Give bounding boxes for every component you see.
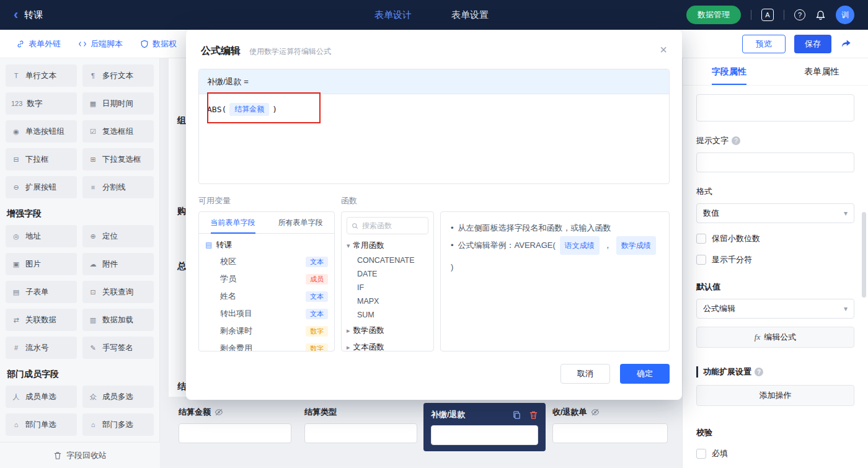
confirm-button[interactable]: 确定 (620, 364, 670, 384)
form-tree-root[interactable]: ▤ 转课 (199, 234, 334, 253)
sidebar-field-date-time[interactable]: ▦日期时间 (82, 92, 154, 115)
sidebar-field-relation-data[interactable]: ⇄关联数据 (6, 309, 77, 331)
cancel-button[interactable]: 取消 (560, 364, 610, 384)
variable-row[interactable]: 剩余费用数字 (199, 340, 334, 351)
sidebar-field-member-multi-select[interactable]: 众成员多选 (82, 386, 154, 408)
field-input[interactable] (431, 425, 538, 445)
checkbox-unchecked[interactable] (696, 449, 706, 459)
avatar[interactable]: 训 (836, 6, 854, 24)
function-search-box[interactable] (347, 217, 428, 234)
field-input[interactable] (552, 423, 668, 443)
required-checkbox[interactable]: 必填 (696, 448, 854, 459)
checkbox-unchecked[interactable] (696, 255, 706, 265)
tab-form-settings[interactable]: 表单设置 (451, 9, 489, 21)
variable-row[interactable]: 剩余课时数字 (199, 322, 334, 340)
variable-row[interactable]: 学员成员 (199, 270, 334, 288)
sidebar-field-dept-multi-select[interactable]: ⌂部门多选 (82, 413, 154, 436)
add-action-button[interactable]: 添加操作 (696, 385, 854, 406)
search-input[interactable] (362, 221, 423, 230)
sidebar-field-dept-single-select[interactable]: ⌂部门单选 (6, 413, 77, 436)
canvas-field-settlement-type[interactable]: 结算类型 (304, 407, 417, 443)
variable-row[interactable]: 姓名文本 (199, 288, 334, 305)
checkbox-unchecked[interactable] (696, 234, 706, 244)
tab-field-properties[interactable]: 字段属性 (683, 58, 776, 85)
field-name-box[interactable] (696, 94, 854, 121)
sidebar-field-image[interactable]: ▣图片 (6, 253, 77, 275)
help-icon[interactable]: ? (794, 9, 805, 20)
tab-form-properties[interactable]: 表单属性 (776, 58, 868, 85)
canvas-field-refund-selected[interactable]: 补缴/退款 (423, 403, 546, 451)
field-input[interactable] (304, 423, 417, 443)
sidebar-field-relation-query[interactable]: ⊡关联查询 (82, 281, 154, 303)
keep-decimal-places-checkbox[interactable]: 保留小数位数 (696, 233, 854, 244)
link-data-permission[interactable]: 数据权 (140, 38, 177, 50)
delete-field-icon[interactable] (529, 410, 538, 420)
function-group-common[interactable]: ▾ 常用函数 (347, 241, 428, 251)
canvas-field-receipt-refund-note[interactable]: 收/退款单 (552, 407, 668, 443)
label-text: 提示文字 (696, 135, 728, 146)
function-item-if[interactable]: IF (347, 278, 428, 292)
sidebar-field-checkbox-group[interactable]: ☑复选框组 (82, 120, 154, 143)
function-item-mapx[interactable]: MAPX (347, 292, 428, 306)
formula-edit-modal: 公式编辑 使用数学运算符编辑公式 × 补缴/退款 = ABS( 结算金额 ) 可… (186, 30, 682, 400)
help-icon[interactable]: ? (755, 368, 763, 376)
sidebar-field-data-load[interactable]: ▥数据加载 (82, 309, 154, 331)
thousand-separator-checkbox[interactable]: 显示千分符 (696, 254, 854, 265)
sidebar-field-multi-line-text[interactable]: ¶多行文本 (82, 64, 154, 87)
default-value-select[interactable]: 公式编辑 ▾ (696, 299, 854, 319)
format-label: 格式 (696, 186, 854, 197)
function-item-concatenate[interactable]: CONCATENATE (347, 251, 428, 265)
scrollbar-thumb[interactable] (862, 212, 866, 298)
function-item-sum[interactable]: SUM (347, 306, 428, 319)
fx-icon: fx (755, 332, 760, 342)
bell-icon[interactable] (815, 10, 826, 20)
edit-formula-button[interactable]: fx 编辑公式 (696, 327, 854, 348)
sidebar-field-multi-dropdown[interactable]: ⊞下拉复选框 (82, 148, 154, 170)
variable-row[interactable]: 转出项目文本 (199, 305, 334, 322)
function-group-text[interactable]: ▸ 文本函数 (347, 342, 428, 353)
signature-icon: ✎ (88, 344, 98, 352)
sidebar-field-handwritten-signature[interactable]: ✎手写签名 (82, 337, 154, 359)
tab-all-form-fields[interactable]: 所有表单字段 (267, 212, 334, 233)
sidebar-field-address[interactable]: ◎地址 (6, 225, 77, 247)
preview-button[interactable]: 预览 (742, 35, 786, 53)
sidebar-field-radio-group[interactable]: ◉单选按钮组 (6, 120, 77, 143)
function-item-date[interactable]: DATE (347, 265, 428, 278)
copy-field-icon[interactable] (512, 410, 521, 420)
sidebar-field-serial-number[interactable]: #流水号 (6, 337, 77, 359)
field-input[interactable] (179, 423, 291, 443)
close-icon[interactable]: × (660, 43, 667, 56)
sidebar-field-divider-line[interactable]: ≡分割线 (82, 176, 154, 198)
canvas-field-settlement-amount[interactable]: 结算金额 (179, 407, 291, 443)
data-load-icon: ▥ (88, 316, 98, 324)
link-form-external[interactable]: 表单外链 (16, 38, 61, 50)
link-backend-script[interactable]: 后端脚本 (78, 38, 123, 50)
hint-text-input[interactable] (696, 152, 854, 172)
variable-row[interactable]: 校区文本 (199, 253, 334, 270)
sidebar-field-extend-button[interactable]: ⊖扩展按钮 (6, 176, 77, 198)
sidebar-field-single-line-text[interactable]: T单行文本 (6, 64, 77, 87)
formula-input-area[interactable]: ABS( 结算金额 ) (199, 94, 669, 125)
sidebar-field-member-single-select[interactable]: 人成员单选 (6, 386, 77, 408)
enhanced-fields-grid: ◎地址 ⊕定位 ▣图片 ☁附件 ▤子表单 ⊡关联查询 ⇄关联数据 ▥数据加载 #… (6, 225, 154, 359)
sidebar-field-sub-form[interactable]: ▤子表单 (6, 281, 77, 303)
sidebar-field-dropdown[interactable]: ⊟下拉框 (6, 148, 77, 170)
sidebar-field-location[interactable]: ⊕定位 (82, 225, 154, 247)
dept-single-icon: ⌂ (11, 421, 21, 428)
sidebar-field-attachment[interactable]: ☁附件 (82, 253, 154, 275)
share-icon[interactable] (840, 38, 852, 50)
help-icon[interactable]: ? (732, 136, 740, 145)
save-button[interactable]: 保存 (794, 35, 831, 53)
back-button[interactable]: ‹ 转课 (0, 8, 56, 22)
format-select[interactable]: 数值 ▾ (696, 203, 854, 223)
sidebar-field-number[interactable]: 123数字 (6, 92, 77, 115)
tab-form-design[interactable]: 表单设计 (374, 9, 412, 21)
data-manage-button[interactable]: 数据管理 (686, 6, 741, 24)
field-recycle-bin[interactable]: 字段回收站 (0, 442, 160, 468)
tab-current-form-fields[interactable]: 当前表单字段 (199, 212, 267, 233)
function-group-math[interactable]: ▸ 数学函数 (347, 325, 428, 336)
canvas-field-fragment: 组 (177, 115, 186, 126)
type-badge: 数字 (306, 326, 328, 337)
field-type-label: 部门单选 (25, 420, 56, 430)
translate-icon[interactable]: A (761, 9, 774, 21)
